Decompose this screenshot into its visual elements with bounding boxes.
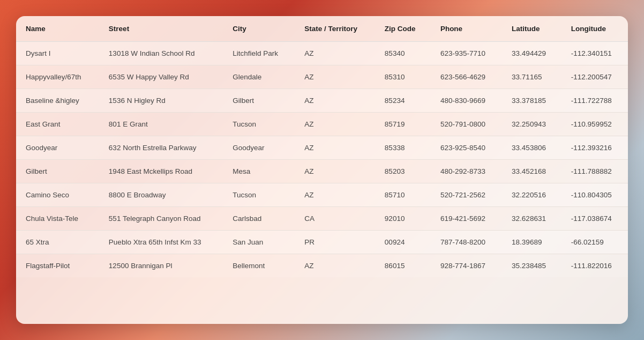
cell-name: Happyvalley/67th [16,65,99,89]
cell-street: 13018 W Indian School Rd [99,42,223,65]
cell-name: Dysart I [16,42,99,65]
table-row: Baseline &higley1536 N Higley RdGilbertA… [16,89,628,113]
cell-longitude: -112.393216 [561,136,628,160]
cell-street: Pueblo Xtra 65th Infst Km 33 [99,231,223,254]
cell-name: Chula Vista-Tele [16,207,99,231]
table-row: Chula Vista-Tele551 Telegraph Canyon Roa… [16,207,628,231]
cell-longitude: -111.788882 [561,160,628,183]
cell-state: AZ [295,113,375,136]
table-header-row: Name Street City State / Territory Zip C… [16,16,628,42]
cell-zip: 85710 [375,183,431,207]
cell-phone: 520-791-0800 [431,113,502,136]
col-header-phone: Phone [431,16,502,42]
cell-name: Flagstaff-Pilot [16,254,99,278]
main-card: Name Street City State / Territory Zip C… [16,16,628,324]
cell-city: Tucson [223,183,295,207]
cell-street: 8800 E Broadway [99,183,223,207]
cell-state: PR [295,231,375,254]
cell-zip: 86015 [375,254,431,278]
col-header-longitude: Longitude [561,16,628,42]
cell-name: Baseline &higley [16,89,99,113]
cell-zip: 00924 [375,231,431,254]
cell-street: 632 North Estrella Parkway [99,136,223,160]
cell-state: CA [295,207,375,231]
cell-phone: 928-774-1867 [431,254,502,278]
cell-longitude: -112.200547 [561,65,628,89]
cell-longitude: -111.722788 [561,89,628,113]
cell-longitude: -110.959952 [561,113,628,136]
cell-name: Camino Seco [16,183,99,207]
cell-zip: 85338 [375,136,431,160]
cell-street: 801 E Grant [99,113,223,136]
cell-zip: 85310 [375,65,431,89]
cell-state: AZ [295,42,375,65]
cell-phone: 520-721-2562 [431,183,502,207]
cell-longitude: -111.822016 [561,254,628,278]
cell-phone: 623-935-7710 [431,42,502,65]
cell-longitude: -112.340151 [561,42,628,65]
cell-name: Gilbert [16,160,99,183]
table-row: Flagstaff-Pilot12500 Brannigan PlBellemo… [16,254,628,278]
cell-street: 1948 East Mckellips Road [99,160,223,183]
cell-name: Goodyear [16,136,99,160]
table-row: Gilbert1948 East Mckellips RoadMesaAZ852… [16,160,628,183]
cell-name: East Grant [16,113,99,136]
cell-city: Goodyear [223,136,295,160]
cell-city: Bellemont [223,254,295,278]
cell-longitude: -110.804305 [561,183,628,207]
cell-longitude: -117.038674 [561,207,628,231]
cell-phone: 480-830-9669 [431,89,502,113]
col-header-zip: Zip Code [375,16,431,42]
cell-latitude: 35.238485 [502,254,561,278]
cell-name: 65 Xtra [16,231,99,254]
cell-state: AZ [295,254,375,278]
cell-zip: 92010 [375,207,431,231]
cell-state: AZ [295,136,375,160]
cell-city: Carlsbad [223,207,295,231]
col-header-name: Name [16,16,99,42]
cell-latitude: 32.628631 [502,207,561,231]
cell-zip: 85234 [375,89,431,113]
cell-street: 6535 W Happy Valley Rd [99,65,223,89]
cell-latitude: 18.39689 [502,231,561,254]
cell-phone: 480-292-8733 [431,160,502,183]
cell-latitude: 32.250943 [502,113,561,136]
cell-zip: 85719 [375,113,431,136]
cell-zip: 85340 [375,42,431,65]
table-row: East Grant801 E GrantTucsonAZ85719520-79… [16,113,628,136]
cell-city: Mesa [223,160,295,183]
cell-zip: 85203 [375,160,431,183]
cell-street: 1536 N Higley Rd [99,89,223,113]
cell-latitude: 33.378185 [502,89,561,113]
cell-state: AZ [295,183,375,207]
col-header-city: City [223,16,295,42]
cell-city: Litchfield Park [223,42,295,65]
cell-state: AZ [295,160,375,183]
col-header-latitude: Latitude [502,16,561,42]
cell-city: Glendale [223,65,295,89]
table-row: Camino Seco8800 E BroadwayTucsonAZ857105… [16,183,628,207]
cell-phone: 619-421-5692 [431,207,502,231]
cell-city: San Juan [223,231,295,254]
cell-city: Gilbert [223,89,295,113]
cell-longitude: -66.02159 [561,231,628,254]
cell-latitude: 33.453806 [502,136,561,160]
table-row: 65 XtraPueblo Xtra 65th Infst Km 33San J… [16,231,628,254]
cell-street: 551 Telegraph Canyon Road [99,207,223,231]
col-header-street: Street [99,16,223,42]
table-row: Goodyear632 North Estrella ParkwayGoodye… [16,136,628,160]
table-row: Happyvalley/67th6535 W Happy Valley RdGl… [16,65,628,89]
cell-phone: 623-925-8540 [431,136,502,160]
cell-phone: 787-748-8200 [431,231,502,254]
data-table: Name Street City State / Territory Zip C… [16,16,628,277]
cell-phone: 623-566-4629 [431,65,502,89]
cell-state: AZ [295,89,375,113]
cell-street: 12500 Brannigan Pl [99,254,223,278]
cell-latitude: 33.71165 [502,65,561,89]
col-header-state: State / Territory [295,16,375,42]
cell-latitude: 33.494429 [502,42,561,65]
cell-latitude: 32.220516 [502,183,561,207]
table-row: Dysart I13018 W Indian School RdLitchfie… [16,42,628,65]
cell-city: Tucson [223,113,295,136]
cell-state: AZ [295,65,375,89]
